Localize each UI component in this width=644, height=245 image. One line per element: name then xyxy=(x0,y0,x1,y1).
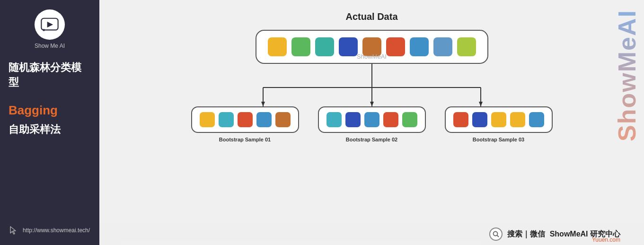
top-square-6 xyxy=(410,37,429,56)
top-square-2 xyxy=(315,37,334,56)
sample-0-square-3 xyxy=(256,112,272,127)
sample-label-0: Bootstrap Sample 01 xyxy=(219,137,271,142)
bottom-overlay: 搜索｜微信 ShowMeAI 研究中心 Yuuen.com xyxy=(99,223,644,245)
logo-icon xyxy=(40,18,59,32)
top-square-0 xyxy=(268,37,287,56)
top-square-4 xyxy=(362,37,381,56)
main-title-cn: 随机森林分类模型 xyxy=(9,61,91,90)
top-square-3 xyxy=(339,37,358,56)
sample-label-1: Bootstrap Sample 02 xyxy=(346,137,397,142)
sample-1-square-2 xyxy=(364,112,379,127)
svg-point-2 xyxy=(43,29,44,31)
sample-label-2: Bootstrap Sample 03 xyxy=(473,137,524,142)
cursor-icon xyxy=(9,225,19,236)
sample-2-square-3 xyxy=(510,112,525,127)
sample-2-square-0 xyxy=(453,112,468,127)
sample-1-square-1 xyxy=(345,112,361,127)
logo-area: Show Me AI xyxy=(9,9,91,49)
bagging-label: Bagging xyxy=(9,103,91,118)
url-text: http://www.showmeai.tech/ xyxy=(23,227,90,234)
sample-0-square-0 xyxy=(200,112,215,127)
top-square-1 xyxy=(291,37,310,56)
bottom-row: Bootstrap Sample 01Bootstrap Sample 02Bo… xyxy=(114,106,630,142)
search-icon xyxy=(492,230,500,238)
subtitle-cn: 自助采样法 xyxy=(9,122,91,137)
sample-wrapper-2: Bootstrap Sample 03 xyxy=(445,106,553,142)
tree-lines-svg xyxy=(202,64,542,106)
top-square-5 xyxy=(386,37,405,56)
sample-0-square-2 xyxy=(238,112,253,127)
sample-box-0 xyxy=(191,106,299,133)
sample-1-square-3 xyxy=(383,112,398,127)
overlay-search-text: 搜索｜微信 xyxy=(507,229,545,239)
sample-2-square-1 xyxy=(472,112,487,127)
sample-1-square-4 xyxy=(402,112,417,127)
svg-marker-11 xyxy=(479,102,483,106)
main-content: ShowMeAI Actual Data ShowMeAI Bootstrap … xyxy=(99,0,644,245)
sample-1-square-0 xyxy=(326,112,342,127)
actual-data-box xyxy=(256,30,488,64)
search-icon-circle xyxy=(489,228,503,241)
svg-marker-10 xyxy=(370,102,374,106)
top-square-8 xyxy=(457,37,476,56)
sidebar: Show Me AI 随机森林分类模型 Bagging 自助采样法 http:/… xyxy=(0,0,99,245)
sample-0-square-1 xyxy=(219,112,234,127)
sample-2-square-2 xyxy=(491,112,506,127)
sample-box-2 xyxy=(445,106,553,133)
svg-point-12 xyxy=(493,232,497,236)
yuuen-text: Yuuen.com xyxy=(592,236,620,243)
svg-marker-9 xyxy=(261,102,265,106)
logo-circle xyxy=(35,9,65,40)
top-square-7 xyxy=(433,37,452,56)
sample-0-square-4 xyxy=(275,112,291,127)
actual-data-title: Actual Data xyxy=(345,11,397,22)
svg-marker-1 xyxy=(47,22,53,27)
logo-text: Show Me AI xyxy=(35,43,65,49)
sample-wrapper-0: Bootstrap Sample 01 xyxy=(191,106,299,142)
sample-box-1 xyxy=(318,106,426,133)
url-area[interactable]: http://www.showmeai.tech/ xyxy=(9,225,91,236)
sample-2-square-4 xyxy=(529,112,544,127)
svg-line-13 xyxy=(497,236,499,237)
sample-wrapper-1: Bootstrap Sample 02 xyxy=(318,106,426,142)
